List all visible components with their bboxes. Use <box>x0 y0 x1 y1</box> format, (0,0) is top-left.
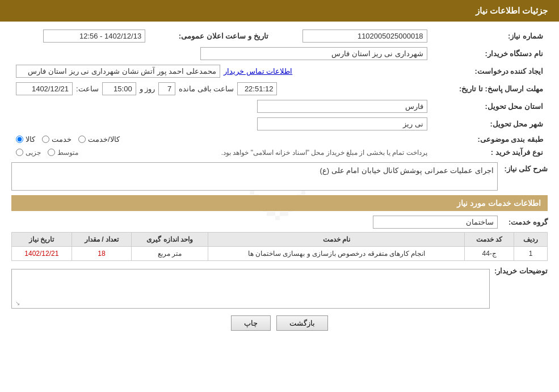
buttons-row: بازگشت چاپ <box>11 315 548 331</box>
col-name: نام خدمت <box>208 233 465 247</box>
province-value: فارس <box>257 100 427 113</box>
buyer-notes-box: ↘ <box>11 269 490 309</box>
process-label: نوع فرآیند خرید : <box>432 146 548 159</box>
response-deadline-label: مهلت ارسال پاسخ: تا تاریخ: <box>432 80 548 98</box>
process-option-jozi[interactable]: جزیی <box>16 149 41 157</box>
group-value: ساختمان <box>373 216 498 229</box>
announcement-label: تاریخ و ساعت اعلان عمومی: <box>150 27 272 45</box>
city-label: شهر محل تحویل: <box>432 115 548 133</box>
table-row: 1ج-44انجام کارهای متفرقه درخصوص بازسازی … <box>12 247 548 261</box>
province-label: استان محل تحویل: <box>432 98 548 115</box>
col-date: تاریخ نیاز <box>12 233 72 247</box>
cell-row: 1 <box>514 247 548 261</box>
need-number-label: شماره نیاز: <box>432 27 548 45</box>
response-time: 15:00 <box>102 82 136 95</box>
back-button[interactable]: بازگشت <box>276 315 328 331</box>
category-option-label-khadmat: خدمت <box>52 135 72 144</box>
services-table: ردیف کد خدمت نام خدمت واحد اندازه گیری ت… <box>11 232 548 261</box>
col-unit: واحد اندازه گیری <box>132 233 208 247</box>
resize-handle[interactable]: ↘ <box>13 300 20 307</box>
category-option-khadmat-kala[interactable]: کالا/خدمت <box>78 135 120 144</box>
category-option-khadmat[interactable]: خدمت <box>42 135 72 144</box>
col-code: کد خدمت <box>465 233 514 247</box>
process-label-motawaset: متوسط <box>57 149 78 157</box>
process-note: پرداخت تمام یا بخشی از مبلغ خریداز محل "… <box>221 149 427 157</box>
cell-quantity: 18 <box>72 247 132 261</box>
services-section-title: اطلاعات خدمات مورد نیاز <box>11 195 548 211</box>
announcement-value: 1402/12/13 - 12:56 <box>43 29 145 43</box>
process-label-jozi: جزیی <box>26 149 41 157</box>
creator-label: ایجاد کننده درخواست: <box>432 62 548 80</box>
buyer-org-value: شهرداری نی ریز استان فارس <box>200 47 427 60</box>
page-title: جزئیات اطلاعات نیاز <box>476 6 548 15</box>
response-days-label: روز و <box>140 85 155 93</box>
category-label: طبقه بندی موضوعی: <box>432 133 548 146</box>
buyer-org-label: نام دستگاه خریدار: <box>432 45 548 62</box>
group-label: گروه خدمت: <box>502 218 548 226</box>
need-number-value: 1102005025000018 <box>302 29 427 43</box>
response-remaining-label: ساعت باقی مانده <box>179 85 234 93</box>
response-date: 1402/12/21 <box>16 82 73 95</box>
response-time-label: ساعت: <box>76 85 99 93</box>
city-value: نی ریز <box>257 117 427 130</box>
cell-date: 1402/12/21 <box>12 247 72 261</box>
cell-code: ج-44 <box>465 247 514 261</box>
creator-link[interactable]: اطلاعات تماس خریدار <box>224 67 292 75</box>
category-option-label-kala: کالا <box>26 135 35 144</box>
print-button[interactable]: چاپ <box>231 315 271 331</box>
response-remaining: 22:51:12 <box>237 82 277 95</box>
col-quantity: تعداد / مقدار <box>72 233 132 247</box>
category-option-label-kala-khadmat: کالا/خدمت <box>88 135 120 144</box>
creator-value: محمدعلی احمد پور آتش نشان شهرداری نی ریز… <box>16 65 220 78</box>
description-text: اجرای عملیات عمرانی پوشش کانال خیابان ام… <box>11 162 498 191</box>
process-option-motawaset[interactable]: متوسط <box>48 149 78 157</box>
page-header: جزئیات اطلاعات نیاز <box>0 0 559 22</box>
buyer-notes-label: توضیحات خریدار: <box>494 267 548 275</box>
description-label: شرح کلی نیاز: <box>502 162 548 173</box>
response-days: 7 <box>158 82 175 95</box>
col-row: ردیف <box>514 233 548 247</box>
category-option-kala[interactable]: کالا <box>16 135 35 144</box>
cell-unit: متر مربع <box>132 247 208 261</box>
cell-name: انجام کارهای متفرقه درخصوص بازسازی و بهس… <box>208 247 465 261</box>
